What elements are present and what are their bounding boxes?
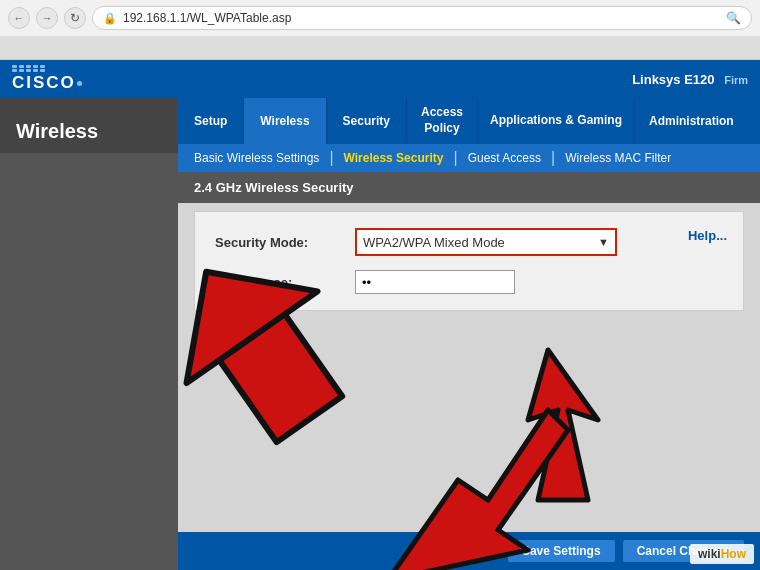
sidebar-body bbox=[0, 153, 178, 570]
security-mode-select-wrapper[interactable]: WPA2/WPA Mixed Mode ▼ bbox=[355, 228, 617, 256]
address-bar[interactable]: 🔒 192.168.1.1/WL_WPATable.asp 🔍 bbox=[92, 6, 752, 30]
firm-label: Firm bbox=[724, 74, 748, 86]
section-header: 2.4 GHz Wireless Security bbox=[178, 172, 760, 203]
model-name: Linksys E120 Firm bbox=[632, 72, 748, 87]
address-text: 192.168.1.1/WL_WPATable.asp bbox=[123, 11, 291, 25]
dropdown-arrow-icon: ▼ bbox=[598, 236, 609, 248]
page-content: 2.4 GHz Wireless Security Security Mode:… bbox=[178, 172, 760, 570]
sub-nav: Basic Wireless Settings | Wireless Secur… bbox=[178, 144, 760, 172]
header-bar: CISCO Linksys E120 Firm bbox=[0, 60, 760, 98]
nav-tabs: Setup Wireless Security AccessPolicy App… bbox=[178, 98, 760, 144]
sub-tab-wireless-security[interactable]: Wireless Security bbox=[336, 151, 452, 165]
tab-security[interactable]: Security bbox=[327, 98, 407, 144]
cisco-dots-row1 bbox=[12, 65, 45, 68]
bottom-buttons-bar: Save Settings Cancel Changes bbox=[178, 532, 760, 570]
main-layout: Wireless Setup Wireless Security AccessP… bbox=[0, 98, 760, 570]
wiki-text: wiki bbox=[698, 547, 721, 561]
wikihow-badge: wikiHow bbox=[690, 544, 754, 564]
search-icon: 🔍 bbox=[726, 11, 741, 25]
svg-marker-0 bbox=[528, 350, 598, 500]
security-mode-row: Security Mode: WPA2/WPA Mixed Mode ▼ bbox=[215, 228, 723, 256]
how-text: How bbox=[721, 547, 746, 561]
page-icon: 🔒 bbox=[103, 12, 117, 25]
tab-administration[interactable]: Administration bbox=[635, 98, 748, 144]
tab-wireless[interactable]: Wireless bbox=[244, 98, 326, 144]
sub-tab-basic[interactable]: Basic Wireless Settings bbox=[186, 151, 327, 165]
browser-tabs-bar bbox=[0, 36, 760, 59]
cisco-logo-area: CISCO bbox=[12, 65, 82, 93]
refresh-button[interactable]: ↻ bbox=[64, 7, 86, 29]
cisco-dots-row2 bbox=[12, 69, 45, 72]
form-area: Security Mode: WPA2/WPA Mixed Mode ▼ Pas… bbox=[194, 211, 744, 311]
security-mode-label: Security Mode: bbox=[215, 235, 355, 250]
content-area: Setup Wireless Security AccessPolicy App… bbox=[178, 98, 760, 570]
sub-tab-guest-access[interactable]: Guest Access bbox=[460, 151, 549, 165]
sub-nav-sep1: | bbox=[329, 149, 333, 167]
browser-chrome: ← → ↻ 🔒 192.168.1.1/WL_WPATable.asp 🔍 bbox=[0, 0, 760, 60]
help-link[interactable]: Help... bbox=[688, 228, 727, 243]
save-button[interactable]: Save Settings bbox=[508, 540, 615, 562]
passphrase-label: Passphrase: bbox=[215, 275, 355, 290]
sub-nav-sep2: | bbox=[453, 149, 457, 167]
sub-tab-mac-filter[interactable]: Wireless MAC Filter bbox=[557, 151, 679, 165]
security-mode-value: WPA2/WPA Mixed Mode bbox=[363, 235, 598, 250]
browser-toolbar: ← → ↻ 🔒 192.168.1.1/WL_WPATable.asp 🔍 bbox=[0, 0, 760, 36]
forward-button[interactable]: → bbox=[36, 7, 58, 29]
sidebar: Wireless bbox=[0, 98, 178, 570]
sidebar-label: Wireless bbox=[0, 98, 178, 153]
tab-setup[interactable]: Setup bbox=[178, 98, 244, 144]
back-button[interactable]: ← bbox=[8, 7, 30, 29]
cisco-text: CISCO bbox=[12, 74, 82, 93]
router-ui: CISCO Linksys E120 Firm Wireless Setup W… bbox=[0, 60, 760, 570]
tab-access-policy[interactable]: AccessPolicy bbox=[407, 98, 478, 144]
sub-nav-sep3: | bbox=[551, 149, 555, 167]
passphrase-input[interactable] bbox=[355, 270, 515, 294]
passphrase-row: Passphrase: bbox=[215, 270, 723, 294]
tab-apps-gaming[interactable]: Applications & Gaming bbox=[478, 98, 635, 144]
red-arrow-big bbox=[278, 330, 678, 530]
